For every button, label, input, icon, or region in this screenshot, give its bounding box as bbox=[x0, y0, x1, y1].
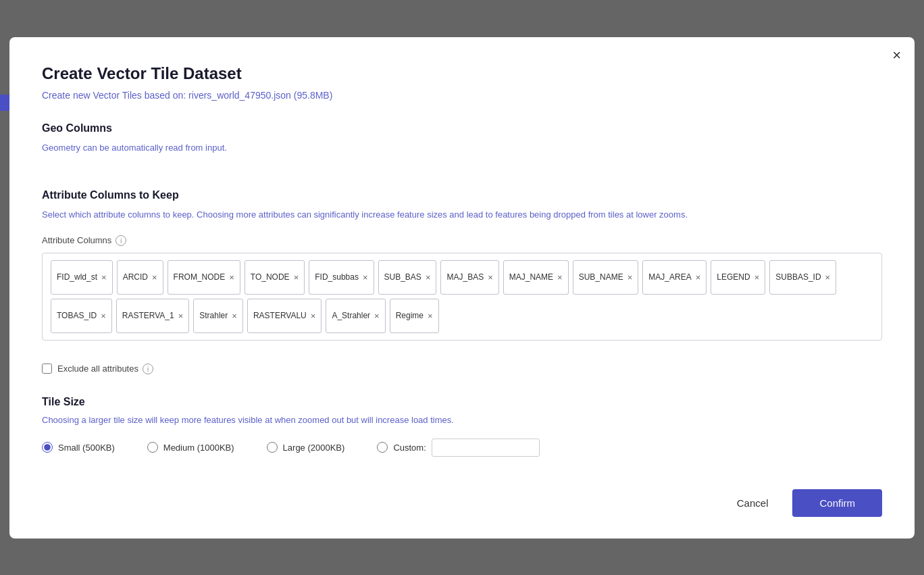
tag-remove-button[interactable]: × bbox=[754, 273, 760, 282]
tag-item: FROM_NODE× bbox=[168, 260, 240, 295]
tag-remove-button[interactable]: × bbox=[428, 311, 433, 320]
tag-label: RASTERVALU bbox=[253, 311, 307, 320]
tag-remove-button[interactable]: × bbox=[101, 311, 106, 320]
cancel-button[interactable]: Cancel bbox=[723, 491, 782, 516]
confirm-button[interactable]: Confirm bbox=[792, 489, 882, 517]
tag-label: LEGEND bbox=[717, 272, 750, 282]
tag-label: FROM_NODE bbox=[174, 272, 226, 282]
tag-remove-button[interactable]: × bbox=[488, 273, 493, 282]
tag-remove-button[interactable]: × bbox=[229, 273, 234, 282]
tile-size-radio-group: Small (500KB)Medium (1000KB)Large (2000K… bbox=[42, 439, 882, 457]
tile-size-description: Choosing a larger tile size will keep mo… bbox=[42, 415, 882, 425]
exclude-info-icon[interactable]: i bbox=[143, 364, 153, 374]
dialog-footer: Cancel Confirm bbox=[42, 473, 882, 539]
tag-item: MAJ_NAME× bbox=[503, 260, 569, 295]
tag-remove-button[interactable]: × bbox=[426, 273, 431, 282]
tag-remove-button[interactable]: × bbox=[374, 311, 380, 320]
modal-overlay: × Create Vector Tile Dataset Create new … bbox=[0, 0, 924, 575]
tag-label: RASTERVA_1 bbox=[122, 311, 174, 320]
tag-remove-button[interactable]: × bbox=[363, 273, 368, 282]
tile-size-radio-medium[interactable] bbox=[147, 442, 158, 453]
tag-remove-button[interactable]: × bbox=[232, 311, 237, 320]
tag-item: FID_subbas× bbox=[309, 260, 374, 295]
tag-label: SUBBAS_ID bbox=[775, 272, 821, 282]
exclude-all-label[interactable]: Exclude all attributes i bbox=[57, 364, 153, 374]
attr-label-row: Attribute Columns i bbox=[42, 235, 882, 246]
tag-label: MAJ_BAS bbox=[446, 272, 484, 282]
tags-container[interactable]: FID_wld_st×ARCID×FROM_NODE×TO_NODE×FID_s… bbox=[42, 253, 882, 341]
tag-item: MAJ_AREA× bbox=[642, 260, 707, 295]
attr-columns-section: Attribute Columns to Keep Select which a… bbox=[42, 189, 882, 341]
tag-item: MAJ_BAS× bbox=[440, 260, 498, 295]
attr-columns-label: Attribute Columns bbox=[42, 235, 111, 245]
tag-item: Strahler× bbox=[193, 299, 243, 333]
tile-size-label-small: Small (500KB) bbox=[58, 443, 115, 453]
tag-item: RASTERVA_1× bbox=[116, 299, 190, 333]
tag-label: TO_NODE bbox=[251, 272, 290, 282]
tag-remove-button[interactable]: × bbox=[294, 273, 299, 282]
dialog-title: Create Vector Tile Dataset bbox=[42, 64, 882, 83]
tag-item: SUB_NAME× bbox=[573, 260, 639, 295]
tag-remove-button[interactable]: × bbox=[152, 273, 157, 282]
tag-remove-button[interactable]: × bbox=[825, 273, 831, 282]
tile-size-radio-large[interactable] bbox=[267, 442, 278, 453]
tile-size-custom-input[interactable] bbox=[432, 439, 540, 457]
tag-label: SUB_BAS bbox=[384, 272, 421, 282]
tile-size-option-small[interactable]: Small (500KB) bbox=[42, 442, 115, 453]
tile-size-title: Tile Size bbox=[42, 396, 882, 408]
tag-label: FID_wld_st bbox=[57, 272, 97, 282]
tag-item: SUBBAS_ID× bbox=[769, 260, 836, 295]
tag-label: SUB_NAME bbox=[579, 272, 623, 282]
tag-label: MAJ_NAME bbox=[509, 272, 553, 282]
tag-item: Regime× bbox=[390, 299, 439, 333]
tile-size-option-medium[interactable]: Medium (1000KB) bbox=[147, 442, 234, 453]
exclude-all-checkbox[interactable] bbox=[42, 364, 52, 374]
tile-size-radio-custom[interactable] bbox=[377, 442, 388, 453]
tile-size-section: Tile Size Choosing a larger tile size wi… bbox=[42, 396, 882, 457]
tile-size-label-medium: Medium (1000KB) bbox=[163, 443, 234, 453]
attr-columns-description: Select which attribute columns to keep. … bbox=[42, 208, 882, 222]
tag-remove-button[interactable]: × bbox=[311, 311, 316, 320]
tag-remove-button[interactable]: × bbox=[557, 273, 563, 282]
tag-label: MAJ_AREA bbox=[648, 272, 691, 282]
close-button[interactable]: × bbox=[892, 48, 901, 63]
dialog-subtitle: Create new Vector Tiles based on: rivers… bbox=[42, 90, 882, 101]
tag-item: ARCID× bbox=[117, 260, 163, 295]
tag-label: ARCID bbox=[123, 272, 148, 282]
tile-size-option-custom[interactable]: Custom: bbox=[377, 439, 539, 457]
tag-item: LEGEND× bbox=[711, 260, 765, 295]
tile-size-radio-small[interactable] bbox=[42, 442, 53, 453]
attr-columns-info-icon[interactable]: i bbox=[116, 235, 126, 246]
tag-item: SUB_BAS× bbox=[378, 260, 437, 295]
tag-item: FID_wld_st× bbox=[51, 260, 113, 295]
tag-label: A_Strahler bbox=[332, 311, 370, 320]
tag-label: Strahler bbox=[199, 311, 228, 320]
tag-remove-button[interactable]: × bbox=[696, 273, 701, 282]
tag-remove-button[interactable]: × bbox=[178, 311, 184, 320]
dialog-container: × Create Vector Tile Dataset Create new … bbox=[9, 37, 915, 539]
tag-item: TOBAS_ID× bbox=[51, 299, 112, 333]
geo-columns-title: Geo Columns bbox=[42, 122, 882, 134]
exclude-attributes-row: Exclude all attributes i bbox=[42, 364, 882, 374]
tag-item: TO_NODE× bbox=[245, 260, 305, 295]
tile-size-option-large[interactable]: Large (2000KB) bbox=[267, 442, 345, 453]
tag-label: FID_subbas bbox=[315, 272, 359, 282]
geo-columns-section: Geo Columns Geometry can be automaticall… bbox=[42, 122, 882, 168]
geo-columns-description: Geometry can be automatically read from … bbox=[42, 141, 882, 155]
tag-item: A_Strahler× bbox=[326, 299, 385, 333]
tag-label: Regime bbox=[396, 311, 424, 320]
tag-remove-button[interactable]: × bbox=[627, 273, 633, 282]
tag-label: TOBAS_ID bbox=[57, 311, 97, 320]
tag-item: RASTERVALU× bbox=[247, 299, 322, 333]
tile-size-label-custom: Custom: bbox=[393, 443, 426, 453]
attr-columns-title: Attribute Columns to Keep bbox=[42, 189, 882, 201]
tag-remove-button[interactable]: × bbox=[101, 273, 107, 282]
tile-size-label-large: Large (2000KB) bbox=[283, 443, 345, 453]
